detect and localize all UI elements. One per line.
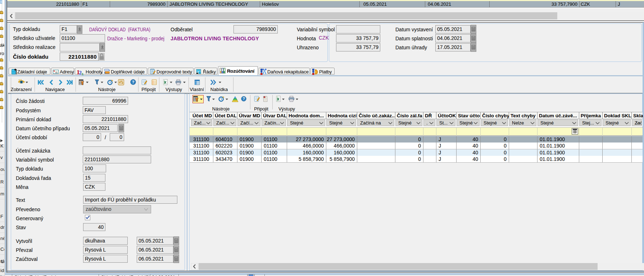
svg-text:?: ? [132,80,135,84]
svg-text:?: ? [242,97,245,101]
